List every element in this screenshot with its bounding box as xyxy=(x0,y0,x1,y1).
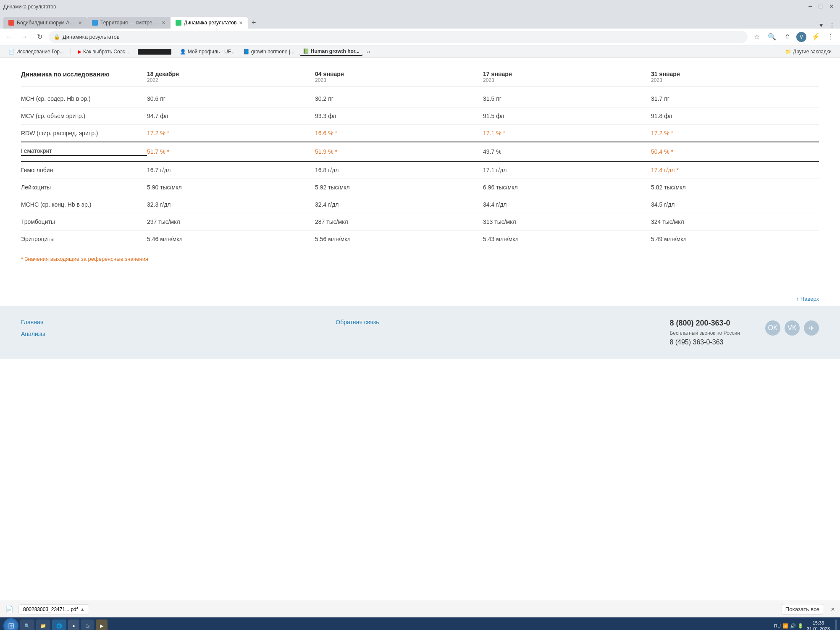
windows-icon: ⊞ xyxy=(8,621,14,630)
browser-menu-icon[interactable]: ⋮ xyxy=(827,22,837,29)
row-value-6-1: 32.4 г/дл xyxy=(315,201,483,208)
bookmark-human-growth[interactable]: 📗 Human growth hor... xyxy=(299,47,363,56)
date-main-3: 17 января xyxy=(483,71,651,77)
table-row: Гемоглобин16.7 г/дл16.8 г/дл17.1 г/дл17.… xyxy=(21,162,819,179)
tab-close-3[interactable]: ✕ xyxy=(239,20,243,26)
footer-phone-section: 8 (800) 200-363-0 Бесплатный звонок по Р… xyxy=(669,319,740,346)
taskbar-ie[interactable]: 🌐 xyxy=(52,620,66,630)
taskbar-clock[interactable]: 15:33 31.01.2023 xyxy=(807,620,830,630)
folder-icon: 📁 xyxy=(785,49,791,55)
close-icon[interactable]: ✕ xyxy=(827,3,837,10)
taskbar-search[interactable]: 🔍 xyxy=(20,620,34,630)
show-desktop-button[interactable] xyxy=(835,620,837,630)
row-value-4-1: 16.8 г/дл xyxy=(315,167,483,173)
table-column-title: Динамика по исследованию xyxy=(21,71,147,83)
footer-spacer xyxy=(70,319,310,346)
back-button[interactable]: ← xyxy=(3,31,15,43)
row-value-3-3: 50.4 % * xyxy=(651,148,819,155)
download-chevron-icon[interactable]: ▲ xyxy=(80,607,84,612)
maximize-icon[interactable]: □ xyxy=(816,3,825,10)
footer-link-main[interactable]: Главная xyxy=(21,319,45,326)
bookmark-issledovanie[interactable]: 📄 Исследование Гор... xyxy=(5,48,67,55)
table-col-date-2: 04 января 2023 xyxy=(315,71,483,83)
row-name-1: MCV (ср. объем эритр.) xyxy=(21,113,147,119)
row-value-8-1: 5.56 млн/мкл xyxy=(315,236,483,242)
bookmark-blocked1[interactable] xyxy=(134,48,175,55)
taskbar-chrome[interactable]: ● xyxy=(68,620,79,630)
bookmark-separator-1 xyxy=(71,48,71,55)
row-name-0: МСН (ср. содер. Hb в эр.) xyxy=(21,95,147,102)
download-item[interactable]: 800283003_23471....pdf ▲ xyxy=(18,604,89,614)
tab-label-3: Динамика результатов xyxy=(184,20,236,26)
table-row: Тромбоциты297 тыс/мкл287 тыс/мкл313 тыс/… xyxy=(21,213,819,231)
footer: Главная Анализы Обратная связь 8 (800) 2… xyxy=(0,306,840,359)
bookmark-label-3: Мой профиль - UF... xyxy=(188,49,235,55)
show-all-button[interactable]: Показать все xyxy=(782,604,823,614)
start-button[interactable]: ⊞ xyxy=(3,618,18,630)
address-bar[interactable]: 🔒 Динамика результатов xyxy=(49,31,748,43)
browser-chrome: Динамика результатов − □ ✕ Бодибилдинг ф… xyxy=(0,0,840,58)
row-name-8: Эритроциты xyxy=(21,236,147,242)
bookmarks-bar: 📄 Исследование Гор... ▶ Как выбрать Соэс… xyxy=(0,45,840,58)
bookmark-icon[interactable]: ☆ xyxy=(751,31,763,43)
row-value-8-0: 5.46 млн/мкл xyxy=(147,236,315,242)
bookmark-growth-hormone[interactable]: 📘 growth hormone |... xyxy=(240,48,298,55)
bookmark-icon-4: 📘 xyxy=(243,49,249,55)
forward-button[interactable]: → xyxy=(18,31,30,43)
footer-feedback-link[interactable]: Обратная связь xyxy=(336,319,379,326)
table-row: RDW (шир. распред. эритр.)17.2 % *16.6 %… xyxy=(21,125,819,142)
date-main-1: 18 декабря xyxy=(147,71,315,77)
minimize-icon[interactable]: − xyxy=(806,3,814,10)
reload-button[interactable]: ↻ xyxy=(34,31,45,43)
taskbar-time-display: 15:33 xyxy=(807,620,830,626)
social-vk-icon[interactable]: VK xyxy=(785,320,800,336)
zoom-icon[interactable]: 🔍 xyxy=(766,31,778,43)
battery-icon: 🔋 xyxy=(798,623,803,629)
bookmark-moi-profil[interactable]: 👤 Мой профиль - UF... xyxy=(176,48,238,55)
browser-settings-icon[interactable]: ⋮ xyxy=(825,31,837,43)
pdf-icon: 📄 xyxy=(5,605,13,613)
table-row: MCV (ср. объем эритр.)94.7 фл93.3 фл91.5… xyxy=(21,108,819,125)
taskbar-media[interactable]: ▶ xyxy=(96,620,108,630)
social-ok-icon[interactable]: OK xyxy=(765,320,780,336)
table-body: МСН (ср. содер. Hb в эр.)30.6 пг30.2 пг3… xyxy=(21,90,819,247)
date-year-3: 2023 xyxy=(483,77,651,83)
back-to-top-button[interactable]: ↑ Наверх xyxy=(0,291,840,306)
system-tray: RU 📶 🔊 🔋 xyxy=(774,623,803,629)
share-icon[interactable]: ⇧ xyxy=(781,31,793,43)
tab-bodybuilding[interactable]: Бодибилдинг форум Anal... ✕ xyxy=(3,17,87,29)
date-main-2: 04 января xyxy=(315,71,483,77)
row-value-5-1: 5.92 тыс/мкл xyxy=(315,184,483,191)
lock-icon: 🔒 xyxy=(54,34,60,40)
row-value-0-3: 31.7 пг xyxy=(651,95,819,102)
tab-close-1[interactable]: ✕ xyxy=(78,20,82,26)
footnote: * Значения выходящие за референсные знач… xyxy=(21,256,819,262)
new-tab-button[interactable]: + xyxy=(248,17,260,29)
taskbar-explorer[interactable]: 📁 xyxy=(36,620,50,630)
date-year-4: 2023 xyxy=(651,77,819,83)
close-downloads-button[interactable]: ✕ xyxy=(831,606,835,612)
row-name-3: Гематокрит xyxy=(21,147,147,156)
tab-favicon-3 xyxy=(176,20,181,26)
profile-icon[interactable]: V xyxy=(796,32,806,42)
row-value-3-1: 51.9 % * xyxy=(315,148,483,155)
tab-close-2[interactable]: ✕ xyxy=(162,20,165,26)
tab-label-1: Бодибилдинг форум Anal... xyxy=(17,20,76,26)
volume-icon: 🔊 xyxy=(790,623,796,629)
bookmark-kak-vybrat[interactable]: ▶ Как выбрать Соэс... xyxy=(74,48,133,55)
taskbar-right: RU 📶 🔊 🔋 15:33 31.01.2023 xyxy=(774,620,837,630)
extensions-icon[interactable]: ⚡ xyxy=(810,31,822,43)
bookmark-label-5: Human growth hor... xyxy=(311,48,360,54)
bookmark-folder-other[interactable]: 📁 Другие закладки xyxy=(782,48,835,55)
row-value-3-2: 49.7 % xyxy=(483,148,651,155)
more-bookmarks-icon[interactable]: ›› xyxy=(367,49,370,55)
row-value-7-2: 313 тыс/мкл xyxy=(483,218,651,225)
taskbar-files[interactable]: 🗂 xyxy=(81,620,94,630)
title-bar: Динамика результатов − □ ✕ xyxy=(0,0,840,13)
tab-dynamics[interactable]: Динамика результатов ✕ xyxy=(171,17,248,29)
social-telegram-icon[interactable]: ✈ xyxy=(804,320,819,336)
date-year-2: 2023 xyxy=(315,77,483,83)
tab-list-icon[interactable]: ▼ xyxy=(816,22,826,29)
footer-link-analysis[interactable]: Анализы xyxy=(21,331,45,337)
tab-territory[interactable]: Территория — смотреть ... ✕ xyxy=(87,17,171,29)
